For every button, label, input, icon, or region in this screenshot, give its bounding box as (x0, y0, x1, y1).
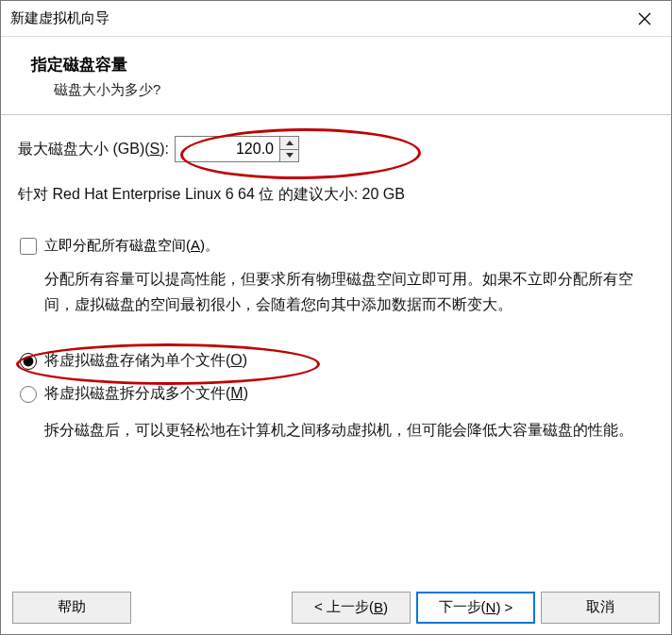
next-button-accel: N (486, 599, 496, 615)
wizard-window: 新建虚拟机向导 指定磁盘容量 磁盘大小为多少? 最大磁盘大小 (GB)(S): … (0, 0, 672, 635)
back-button-accel: B (374, 599, 383, 615)
allocate-now-label[interactable]: 立即分配所有磁盘空间(A)。 (44, 237, 219, 255)
window-title: 新建虚拟机向导 (10, 9, 109, 27)
allocate-label-pre: 立即分配所有磁盘空间( (44, 237, 191, 253)
store-single-post: ) (243, 352, 247, 368)
store-multi-pre: 将虚拟磁盘拆分成多个文件( (44, 385, 230, 401)
disk-size-label-post: ): (160, 141, 169, 157)
titlebar: 新建虚拟机向导 (1, 1, 671, 37)
spinner-arrows (279, 137, 298, 161)
wizard-footer: 帮助 < 上一步(B) 下一步(N) > 取消 (1, 579, 671, 634)
next-button[interactable]: 下一步(N) > (416, 592, 535, 624)
store-single-radio[interactable] (20, 353, 37, 370)
chevron-down-icon (286, 153, 294, 158)
wizard-content: 最大磁盘大小 (GB)(S): 针对 Red Hat Enterprise Li… (1, 115, 671, 579)
disk-size-row: 最大磁盘大小 (GB)(S): (18, 136, 654, 162)
store-single-accel: O (230, 352, 242, 368)
chevron-up-icon (286, 141, 294, 145)
disk-size-input[interactable] (176, 137, 279, 161)
disk-size-spinner[interactable] (175, 136, 299, 162)
next-button-post: ) > (496, 599, 512, 615)
spinner-down-button[interactable] (280, 150, 298, 162)
cancel-button[interactable]: 取消 (541, 592, 660, 624)
store-multi-post: ) (244, 385, 248, 401)
store-single-label[interactable]: 将虚拟磁盘存储为单个文件(O) (44, 351, 247, 371)
spinner-up-button[interactable] (280, 137, 298, 150)
allocate-label-post: )。 (200, 237, 219, 253)
back-button[interactable]: < 上一步(B) (292, 592, 411, 624)
back-button-pre: < 上一步( (314, 598, 374, 616)
allocate-label-accel: A (191, 237, 200, 253)
svg-marker-2 (286, 141, 294, 145)
header-heading: 指定磁盘容量 (31, 54, 641, 75)
store-multi-row: 将虚拟磁盘拆分成多个文件(M) (20, 384, 654, 404)
svg-marker-3 (286, 153, 294, 158)
back-button-post: ) (383, 599, 388, 615)
store-multi-label[interactable]: 将虚拟磁盘拆分成多个文件(M) (44, 384, 248, 404)
disk-size-label-pre: 最大磁盘大小 (GB)( (18, 141, 150, 157)
header-subtitle: 磁盘大小为多少? (54, 81, 641, 99)
wizard-header: 指定磁盘容量 磁盘大小为多少? (1, 37, 671, 101)
store-single-pre: 将虚拟磁盘存储为单个文件( (44, 352, 230, 368)
next-button-pre: 下一步( (439, 598, 486, 616)
close-button[interactable] (622, 2, 667, 36)
close-icon (638, 12, 651, 25)
disk-size-label-accel: S (150, 141, 160, 157)
allocate-now-desc: 分配所有容量可以提高性能，但要求所有物理磁盘空间立即可用。如果不立即分配所有空间… (44, 266, 645, 317)
allocate-now-checkbox[interactable] (20, 238, 37, 255)
store-single-row: 将虚拟磁盘存储为单个文件(O) (20, 351, 654, 371)
allocate-now-row: 立即分配所有磁盘空间(A)。 (20, 237, 654, 255)
store-multi-radio[interactable] (20, 386, 37, 403)
disk-size-label: 最大磁盘大小 (GB)(S): (18, 140, 169, 159)
store-multi-accel: M (230, 385, 243, 401)
store-multi-desc: 拆分磁盘后，可以更轻松地在计算机之间移动虚拟机，但可能会降低大容量磁盘的性能。 (44, 417, 645, 443)
help-button[interactable]: 帮助 (12, 592, 131, 624)
disk-size-recommend: 针对 Red Hat Enterprise Linux 6 64 位 的建议大小… (18, 185, 654, 205)
